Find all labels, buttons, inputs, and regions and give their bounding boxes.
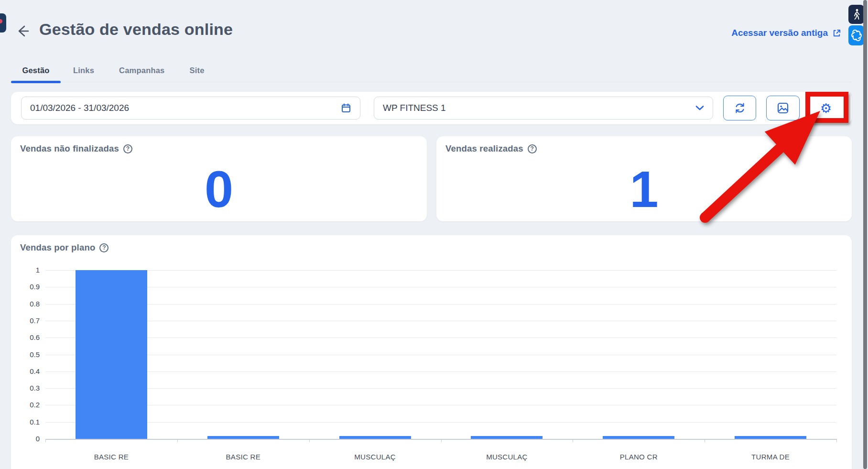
x-axis-label: PLANO CR [573,453,705,461]
y-axis-label: 0.3 [11,384,40,392]
y-axis-label: 1 [11,266,40,274]
y-axis-label: 0.2 [11,401,40,409]
x-axis-label: BASIC RE [45,453,177,461]
y-axis-label: 0.9 [11,283,40,291]
old-version-link[interactable]: Acessar versão antiga [731,28,841,38]
vertical-scrollbar[interactable] [863,0,867,469]
axis-tick [45,439,46,442]
stat-label: Vendas realizadas [445,143,523,154]
grid-line [45,304,836,305]
openai-logo-icon [851,30,862,41]
axis-tick [705,439,705,442]
tab-links[interactable]: Links [61,66,107,82]
ai-assistant-button[interactable] [848,25,864,45]
sales-by-plan-chart-card: Vendas por plano ? 00.10.20.30.40.50.60.… [11,235,852,469]
bar-plano-cr[interactable] [603,436,674,439]
old-version-label: Acessar versão antiga [731,28,828,38]
arrow-left-icon [15,24,30,38]
help-icon[interactable]: ? [123,144,132,153]
axis-tick [309,439,310,442]
refresh-icon [734,102,746,114]
date-range-picker[interactable]: 01/03/2026 - 31/03/2026 [21,97,360,120]
calendar-icon [341,103,351,113]
unit-select-value: WP FITNESS 1 [383,103,446,113]
tab-bar: GestãoLinksCampanhasSite [11,64,852,82]
stat-card-unfinished-sales: Vendas não finalizadas ? 0 [11,136,427,221]
bar-turma-de[interactable] [735,436,806,439]
stat-card-completed-sales: Vendas realizadas ? 1 [436,136,852,221]
grid-line [45,338,836,338]
grid-line [45,388,836,389]
grid-line [45,270,836,271]
date-range-value: 01/03/2026 - 31/03/2026 [30,103,129,113]
x-axis-label: BASIC RE [177,453,309,461]
collapsed-side-tab[interactable] [0,13,6,33]
tab-campanhas[interactable]: Campanhas [107,66,177,82]
grid-line [45,321,836,321]
export-image-button[interactable] [766,96,800,120]
bar-chart: 00.10.20.30.40.50.60.70.80.91BASIC REBAS… [11,235,852,469]
page-title: Gestão de vendas online [39,20,233,39]
image-icon [777,102,789,114]
grid-line [45,355,836,355]
settings-button[interactable]: ⚙ [808,96,844,120]
tab-site[interactable]: Site [177,66,217,82]
notification-dot [0,19,2,23]
y-axis-label: 0.8 [11,300,40,308]
bar-musculaç[interactable] [339,436,411,439]
toolbar-card: 01/03/2026 - 31/03/2026 WP FITNESS 1 ⚙ [11,92,852,124]
back-button[interactable] [15,24,30,38]
gear-icon: ⚙ [820,102,832,115]
help-icon[interactable]: ? [528,144,537,153]
grid-line [45,287,836,287]
axis-tick [836,439,837,442]
grid-line [45,405,836,405]
stat-value: 1 [436,156,852,221]
stat-value: 0 [11,156,427,221]
bar-musculaç[interactable] [471,436,542,439]
y-axis-label: 0.6 [11,333,40,341]
external-link-icon [832,29,841,38]
refresh-button[interactable] [723,96,756,120]
unit-select[interactable]: WP FITNESS 1 [374,97,713,120]
y-axis-label: 0 [11,435,40,443]
axis-tick [441,439,442,442]
grid-line [45,371,836,372]
x-axis-label: MUSCULAÇ [441,453,573,461]
stat-label: Vendas não finalizadas [20,143,119,154]
walking-person-icon [852,9,861,20]
axis-tick [573,439,573,442]
y-axis-label: 0.7 [11,316,40,325]
chevron-down-icon [695,105,704,111]
x-axis-label: TURMA DE [705,453,836,461]
bar-basic-re[interactable] [207,436,279,439]
y-axis-label: 0.1 [11,418,40,426]
y-axis-label: 0.4 [11,367,40,375]
axis-tick [177,439,178,442]
x-axis-label: MUSCULAÇ [309,453,441,461]
accessibility-walker-button[interactable] [848,5,864,24]
tab-gestão[interactable]: Gestão [11,66,61,82]
y-axis-label: 0.5 [11,350,40,359]
bar-basic-re[interactable] [76,270,147,439]
grid-line [45,422,836,423]
